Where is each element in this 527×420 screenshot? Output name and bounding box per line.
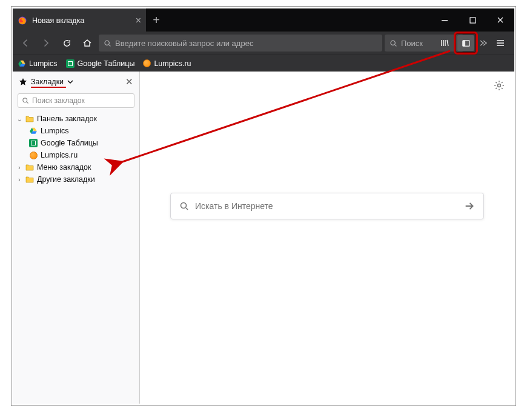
expand-icon[interactable]: ⌄ [16, 116, 22, 122]
tree-item-google-sheets[interactable]: Google Таблицы [13, 137, 139, 149]
folder-menu[interactable]: › Меню закладок [13, 161, 139, 173]
tab-title: Новая вкладка [32, 16, 131, 25]
folder-toolbar[interactable]: ⌄ Панель закладок [13, 113, 139, 125]
bookmarks-sidebar: Закладки ✕ Поиск закладок ⌄ Панель [13, 72, 140, 404]
bookmark-label: Lumpics.ru [154, 59, 191, 68]
forward-button[interactable] [37, 34, 55, 52]
search-icon [104, 39, 111, 47]
bookmarks-tree: ⌄ Панель закладок Lumpics Google Таблицы [13, 112, 139, 187]
sidebar-close-button[interactable]: ✕ [125, 76, 133, 87]
url-bar[interactable]: Введите поисковый запрос или адрес [99, 35, 382, 52]
folder-icon [25, 162, 35, 172]
sidebar-toggle-button[interactable] [457, 35, 474, 51]
star-icon [19, 78, 27, 86]
search-icon [389, 39, 397, 47]
sheets-icon [66, 59, 75, 68]
maximize-button[interactable] [459, 8, 486, 32]
chevron-down-icon[interactable] [67, 79, 73, 85]
bookmark-google-sheets[interactable]: Google Таблицы [66, 59, 135, 68]
folder-icon [25, 175, 35, 184]
bookmark-label: Lumpics [29, 59, 58, 68]
tree-item-label: Google Таблицы [41, 139, 98, 147]
svg-rect-2 [470, 18, 476, 23]
folder-label: Меню закладок [37, 163, 91, 172]
sidebar-button-highlight [454, 32, 478, 55]
drive-icon [18, 59, 26, 68]
svg-point-8 [498, 84, 501, 87]
sidebar-title[interactable]: Закладки [31, 78, 64, 86]
site-icon [143, 59, 151, 67]
folder-other[interactable]: › Другие закладки [13, 173, 139, 185]
site-icon [28, 150, 38, 160]
nav-toolbar: Введите поисковый запрос или адрес Поиск [13, 32, 514, 55]
menu-button[interactable] [491, 34, 509, 52]
sidebar-header: Закладки ✕ [13, 72, 139, 92]
bookmark-label: Google Таблицы [78, 59, 135, 68]
search-icon [179, 201, 189, 211]
url-placeholder: Введите поисковый запрос или адрес [115, 39, 253, 48]
new-tab-page: Искать в Интернете [140, 72, 514, 404]
window-buttons [431, 8, 514, 32]
library-button[interactable] [436, 34, 454, 52]
tab-active[interactable]: Новая вкладка × [13, 8, 146, 32]
content-area: Закладки ✕ Поиск закладок ⌄ Панель [13, 72, 514, 404]
tree-item-lumpics-ru[interactable]: Lumpics.ru [13, 149, 139, 161]
svg-point-3 [105, 41, 109, 45]
svg-rect-6 [462, 40, 465, 45]
customize-gear-button[interactable] [494, 80, 505, 91]
svg-point-4 [391, 41, 395, 45]
tab-close-icon[interactable]: × [136, 15, 141, 26]
svg-rect-1 [442, 20, 448, 21]
home-button[interactable] [78, 34, 96, 52]
titlebar: Новая вкладка × + [13, 8, 514, 32]
new-tab-button[interactable]: + [146, 8, 167, 32]
sidebar-search-input[interactable]: Поиск закладок [18, 93, 134, 108]
folder-icon [25, 114, 35, 124]
folder-label: Панель закладок [37, 115, 97, 123]
search-placeholder: Поиск [401, 39, 423, 48]
svg-point-9 [181, 203, 187, 208]
sheets-icon [28, 138, 38, 148]
reload-button[interactable] [58, 34, 76, 52]
bookmarks-toolbar: Lumpics Google Таблицы Lumpics.ru [13, 55, 514, 72]
expand-icon[interactable]: › [16, 164, 22, 171]
back-button[interactable] [16, 34, 35, 52]
search-icon [22, 97, 29, 104]
sidebar-search-placeholder: Поиск закладок [32, 96, 85, 105]
newtab-search-placeholder: Искать в Интернете [195, 201, 273, 211]
tree-item-label: Lumpics.ru [41, 151, 78, 159]
bookmark-lumpics[interactable]: Lumpics [18, 59, 58, 68]
arrow-right-icon[interactable] [464, 201, 475, 212]
svg-point-7 [23, 98, 27, 102]
drive-icon [28, 126, 38, 136]
firefox-icon [18, 16, 27, 25]
folder-label: Другие закладки [37, 175, 95, 184]
close-window-button[interactable] [486, 8, 514, 32]
browser-window: Новая вкладка × + [13, 8, 514, 404]
bookmark-lumpics-ru[interactable]: Lumpics.ru [143, 59, 191, 68]
newtab-search-input[interactable]: Искать в Интернете [170, 193, 484, 219]
tree-item-label: Lumpics [41, 127, 69, 135]
overflow-icon[interactable] [478, 34, 489, 52]
expand-icon[interactable]: › [16, 176, 22, 183]
minimize-button[interactable] [431, 8, 459, 32]
tree-item-lumpics[interactable]: Lumpics [13, 125, 139, 137]
